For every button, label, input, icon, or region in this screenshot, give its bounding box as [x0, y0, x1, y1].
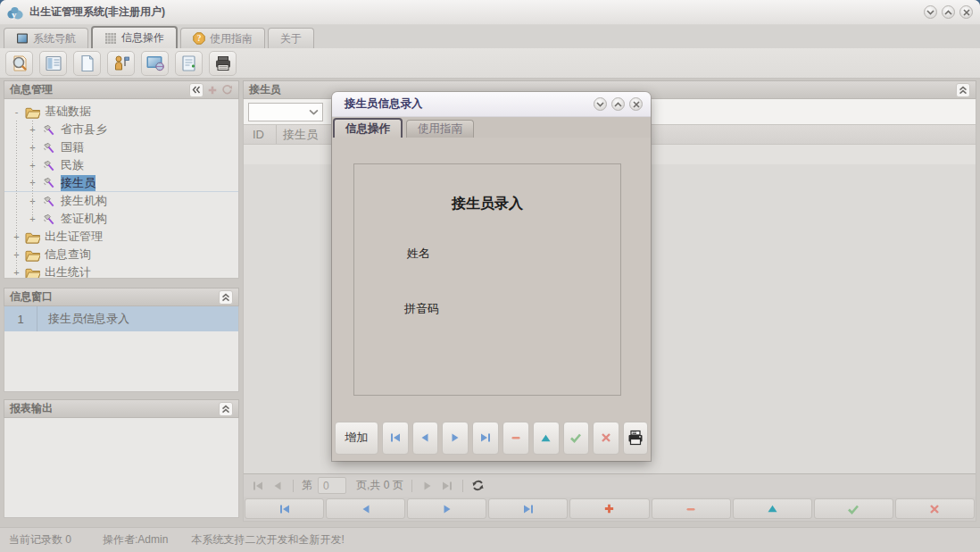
print-button[interactable]: [209, 51, 237, 76]
refresh-icon[interactable]: [221, 84, 233, 96]
chevron-down-icon: [309, 109, 319, 115]
delete-record-button[interactable]: [652, 498, 731, 519]
shade-button[interactable]: [924, 5, 937, 19]
info-window-list: 1 接生员信息录入: [4, 306, 239, 392]
save-check-icon: [847, 504, 860, 514]
tree-node-basic-data[interactable]: - 基础数据: [4, 103, 238, 121]
dialog-edit-record-button[interactable]: [533, 422, 560, 455]
dialog-button-bar: 增加: [332, 420, 651, 461]
row-label: 接生员信息录入: [37, 311, 129, 327]
tree-expander[interactable]: +: [29, 162, 37, 170]
pager-first-button[interactable]: [251, 479, 265, 493]
row-number: 1: [4, 306, 37, 331]
collapse-report-button[interactable]: [219, 402, 233, 416]
add-record-button[interactable]: [569, 498, 649, 519]
collapse-info-window-button[interactable]: [219, 290, 233, 305]
add-plus-icon: [603, 503, 615, 514]
edit-record-button[interactable]: [733, 498, 812, 519]
pager-prev-button[interactable]: [270, 479, 285, 493]
tree-expander[interactable]: +: [29, 215, 37, 223]
double-chevron-up-icon: [959, 86, 968, 95]
last-record-button[interactable]: [488, 498, 568, 519]
dialog-tab-user-guide[interactable]: 使用指南: [406, 120, 474, 138]
add-button[interactable]: 增加: [335, 422, 378, 455]
dialog-cancel-record-button[interactable]: [593, 422, 619, 455]
save-record-button[interactable]: [814, 498, 893, 519]
document-add-icon: [180, 54, 198, 72]
search-preview-icon: [10, 54, 29, 73]
pager-page-input[interactable]: [318, 477, 346, 494]
tab-system-navigation[interactable]: 系统导航: [4, 28, 88, 48]
prev-page-icon: [271, 481, 284, 491]
monitor-button[interactable]: [141, 51, 169, 76]
info-window-row[interactable]: 1 接生员信息录入: [4, 306, 238, 331]
dialog-tab-information-operation[interactable]: 信息操作: [333, 118, 403, 138]
pager-refresh-button[interactable]: [471, 479, 486, 493]
tree-expander[interactable]: +: [29, 197, 37, 205]
collapse-main-panel-button[interactable]: [956, 83, 970, 97]
tree-node-info-query[interactable]: + 信息查询: [4, 246, 238, 263]
dialog-delete-record-button[interactable]: [502, 422, 529, 455]
tab-about[interactable]: 关于: [268, 28, 314, 48]
tree-expander[interactable]: -: [12, 108, 21, 116]
last-record-icon: [479, 432, 492, 443]
status-message: 本系统支持二次开发和全新开发!: [191, 532, 344, 548]
pager-last-button[interactable]: [440, 479, 454, 493]
next-record-button[interactable]: [407, 498, 486, 519]
pinyin-field-label: 拼音码: [404, 301, 439, 317]
close-button[interactable]: [959, 5, 973, 19]
tree-node-visa-institution[interactable]: + 签证机构: [4, 210, 238, 228]
dialog-print-button[interactable]: [623, 422, 648, 455]
dialog-last-record-button[interactable]: [472, 422, 499, 455]
column-header-id[interactable]: ID: [244, 125, 277, 144]
tree-expander[interactable]: +: [12, 251, 21, 259]
status-bar: 当前记录数 0 操作者:Admin 本系统支持二次开发和全新开发!: [0, 527, 980, 552]
filter-combobox[interactable]: [248, 103, 323, 121]
save-check-icon: [569, 432, 582, 443]
dialog-close-button[interactable]: [629, 97, 643, 111]
tree-expander[interactable]: +: [12, 269, 21, 277]
collapse-sidebar-button[interactable]: [189, 83, 203, 97]
tree-node-nationality[interactable]: + 国籍: [4, 138, 238, 156]
tree-node-midwife[interactable]: + 接生员: [4, 174, 238, 192]
plus-icon[interactable]: [207, 85, 218, 96]
sidebar: 信息管理 - 基础数据 + 省市县乡: [4, 80, 239, 527]
tree-expander[interactable]: +: [29, 144, 37, 152]
tab-information-operation[interactable]: 信息操作: [91, 26, 178, 48]
double-left-arrow-icon: [192, 86, 201, 94]
name-field-label: 姓名: [407, 246, 430, 262]
cancel-record-button[interactable]: [895, 498, 975, 519]
tool-icon: [41, 141, 56, 155]
tab-user-guide[interactable]: ? 使用指南: [180, 28, 265, 48]
dialog-next-record-button[interactable]: [442, 422, 469, 455]
pager-next-button[interactable]: [420, 479, 435, 493]
svg-text:y: y: [12, 8, 17, 19]
user-manage-button[interactable]: [107, 51, 135, 76]
column-header-midwife[interactable]: 接生员: [277, 127, 318, 143]
tree-node-province-city[interactable]: + 省市县乡: [4, 121, 238, 138]
tree-node-birth-statistics[interactable]: + 出生统计: [4, 263, 238, 279]
tree-expander[interactable]: +: [29, 179, 37, 187]
new-document-button[interactable]: [73, 51, 101, 76]
dialog-first-record-button[interactable]: [382, 422, 409, 455]
tree-node-birth-cert-management[interactable]: + 出生证管理: [4, 228, 238, 246]
panel-title: 信息窗口: [10, 289, 53, 305]
export-document-button[interactable]: [175, 51, 203, 76]
unshade-button[interactable]: [942, 5, 955, 19]
first-record-button[interactable]: [245, 498, 324, 519]
edit-triangle-icon: [540, 433, 552, 443]
form-list-button[interactable]: [39, 51, 67, 76]
dialog-prev-record-button[interactable]: [412, 422, 439, 455]
prev-record-button[interactable]: [326, 498, 405, 519]
dialog-title: 接生员信息录入: [345, 96, 423, 112]
search-preview-button[interactable]: [5, 51, 33, 76]
dialog-unshade-button[interactable]: [611, 97, 625, 111]
grid-icon: [104, 32, 117, 45]
tree-expander[interactable]: +: [12, 233, 21, 241]
tree-expander[interactable]: +: [29, 126, 37, 134]
dialog-shade-button[interactable]: [594, 97, 607, 111]
tree-node-ethnicity[interactable]: + 民族: [4, 156, 238, 174]
dialog-save-record-button[interactable]: [563, 422, 590, 455]
cancel-x-icon: [601, 432, 611, 443]
tree-node-delivery-institution[interactable]: + 接生机构: [4, 192, 238, 210]
